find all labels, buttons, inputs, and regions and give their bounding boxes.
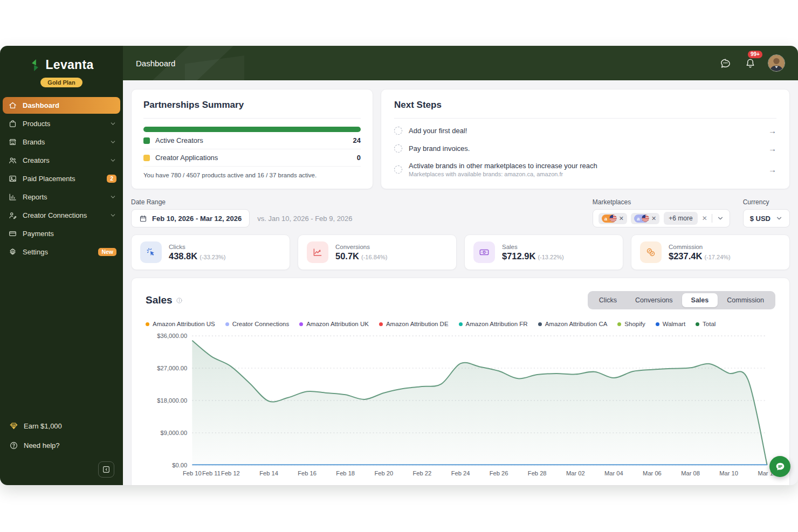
next-step-activate-brands-in-other-marke[interactable]: Activate brands in other marketplaces to… xyxy=(394,157,776,182)
remove-chip-icon[interactable]: ✕ xyxy=(651,215,656,222)
image-icon xyxy=(8,174,17,183)
kpi-delta: (-17.24%) xyxy=(704,254,730,260)
currency-select[interactable]: $ USD xyxy=(743,209,790,227)
sidebar-item-reports[interactable]: Reports xyxy=(0,189,123,205)
row-label: Active Creators xyxy=(155,136,203,144)
divider xyxy=(712,214,712,223)
step-label: Add your first deal! xyxy=(409,127,467,135)
legend-item-creator-connections[interactable]: Creator Connections xyxy=(225,321,289,327)
tab-sales[interactable]: Sales xyxy=(682,293,718,307)
sidebar-item-label: Dashboard xyxy=(23,101,114,109)
partnerships-note: You have 780 / 4507 products active and … xyxy=(143,172,361,178)
svg-text:Feb 12: Feb 12 xyxy=(221,470,240,476)
legend-dot xyxy=(146,322,149,326)
svg-text:Mar 08: Mar 08 xyxy=(681,470,700,476)
legend-item-amazon-attribution-uk[interactable]: Amazon Attribution UK xyxy=(299,321,369,327)
legend-item-amazon-attribution-us[interactable]: Amazon Attribution US xyxy=(146,321,215,327)
sidebar-footer-label: Need help? xyxy=(24,441,60,450)
topbar-actions: 99+ xyxy=(718,54,785,72)
svg-text:Mar 04: Mar 04 xyxy=(604,470,623,476)
kpi-delta: (-13.22%) xyxy=(538,254,563,260)
svg-text:Feb 22: Feb 22 xyxy=(413,470,432,476)
marketplaces-select[interactable]: a✕a✕ +6 more ✕ xyxy=(593,209,730,227)
chevron-down-icon xyxy=(109,139,116,146)
next-step-add-your-first-deal[interactable]: Add your first deal!→ xyxy=(394,122,776,140)
marketplaces-clear-icon[interactable]: ✕ xyxy=(702,215,707,222)
kpi-label: Commission xyxy=(669,244,731,250)
sales-area-chart-svg: $36,000.00$27,000.00$18,000.00$9,000.00$… xyxy=(146,331,775,479)
marketplace-chip[interactable]: a✕ xyxy=(598,213,627,224)
sidebar-footer: Earn $1,000Need help? xyxy=(0,416,123,485)
legend-label: Amazon Attribution FR xyxy=(466,321,528,327)
row-label: Creator Applications xyxy=(155,154,218,162)
kpi-texts: Clicks438.8K(-33.23%) xyxy=(169,244,226,261)
kpi-card-commission: Commission$237.4K(-17.24%) xyxy=(631,234,790,270)
sidebar-nav: DashboardProductsBrandsCreatorsPaid Plac… xyxy=(0,95,123,261)
kpi-value: $237.4K xyxy=(669,251,702,261)
date-range-picker[interactable]: Feb 10, 2026 - Mar 12, 2026 xyxy=(131,209,250,227)
sidebar-item-label: Creator Connections xyxy=(23,211,104,219)
sidebar-item-brands[interactable]: Brands xyxy=(0,134,123,150)
compare-range-text: vs. Jan 10, 2026 - Feb 9, 2026 xyxy=(257,215,352,223)
sidebar-item-creators[interactable]: Creators xyxy=(0,152,123,169)
arrow-right-icon[interactable]: → xyxy=(768,165,776,174)
partnerships-row-creator-applications: Creator Applications0 xyxy=(143,149,361,167)
svg-text:$9,000.00: $9,000.00 xyxy=(161,430,188,436)
dashed-circle-icon xyxy=(394,165,402,174)
legend-item-amazon-attribution-ca[interactable]: Amazon Attribution CA xyxy=(538,321,608,327)
svg-text:Feb 16: Feb 16 xyxy=(298,470,317,476)
logo-text: Levanta xyxy=(45,58,93,72)
chart-legend: Amazon Attribution USCreator Connections… xyxy=(146,321,775,327)
legend-item-amazon-attribution-fr[interactable]: Amazon Attribution FR xyxy=(459,321,528,327)
row-value: 0 xyxy=(357,154,361,162)
remove-chip-icon[interactable]: ✕ xyxy=(619,215,624,222)
info-icon[interactable] xyxy=(176,297,183,304)
chevron-down-icon xyxy=(109,194,116,201)
sidebar-collapse-button[interactable] xyxy=(98,461,114,478)
sidebar-item-label: Reports xyxy=(23,193,104,201)
svg-text:Feb 24: Feb 24 xyxy=(451,470,470,476)
next-step-pay-brand-invoices[interactable]: Pay brand invoices.→ xyxy=(394,140,776,157)
live-chat-button[interactable] xyxy=(769,456,790,477)
sidebar-item-products[interactable]: Products xyxy=(0,115,123,132)
step-label: Activate brands in other marketplaces to… xyxy=(409,162,597,170)
sidebar-item-settings[interactable]: SettingsNew xyxy=(0,244,123,260)
marketplaces-chevron-icon[interactable] xyxy=(717,215,724,222)
next-steps-title: Next Steps xyxy=(394,100,776,110)
marketplaces-more-chip[interactable]: +6 more xyxy=(664,212,697,225)
sidebar-item-paid-placements[interactable]: Paid Placements2 xyxy=(0,170,123,187)
calendar-icon xyxy=(139,215,147,223)
kpi-delta: (-16.84%) xyxy=(361,254,387,260)
legend-label: Amazon Attribution CA xyxy=(545,321,608,327)
legend-item-amazon-attribution-de[interactable]: Amazon Attribution DE xyxy=(379,321,449,327)
levanta-logo-icon xyxy=(29,59,41,72)
sidebar-item-label: Brands xyxy=(23,138,104,146)
legend-item-walmart[interactable]: Walmart xyxy=(656,321,685,327)
tab-conversions[interactable]: Conversions xyxy=(626,293,682,307)
row-value: 24 xyxy=(353,136,361,144)
svg-text:Mar 10: Mar 10 xyxy=(719,470,738,476)
us-flag-icon xyxy=(642,215,649,222)
svg-text:Feb 26: Feb 26 xyxy=(490,470,508,476)
metric-tabs: ClicksConversionsSalesCommission xyxy=(588,291,775,309)
sidebar-item-dashboard[interactable]: Dashboard xyxy=(3,97,120,114)
next-steps-card: Next Steps Add your first deal!→Pay bran… xyxy=(381,89,790,189)
chat-icon[interactable] xyxy=(718,56,732,70)
sidebar: Levanta Gold Plan DashboardProductsBrand… xyxy=(0,46,123,485)
tab-clicks[interactable]: Clicks xyxy=(590,293,626,307)
arrow-right-icon[interactable]: → xyxy=(768,126,776,135)
marketplace-chip[interactable]: a✕ xyxy=(631,213,659,224)
sidebar-footer-earn-1-000[interactable]: Earn $1,000 xyxy=(0,416,123,436)
sidebar-item-label: Paid Placements xyxy=(23,175,101,183)
legend-item-total[interactable]: Total xyxy=(696,321,716,327)
notifications-bell-icon[interactable]: 99+ xyxy=(743,56,757,70)
legend-dot xyxy=(656,322,659,326)
tab-commission[interactable]: Commission xyxy=(718,293,773,307)
sidebar-footer-need-help[interactable]: Need help? xyxy=(0,436,123,455)
legend-item-shopify[interactable]: Shopify xyxy=(617,321,645,327)
sidebar-item-creator-connections[interactable]: Creator Connections xyxy=(0,207,123,224)
user-avatar[interactable] xyxy=(768,54,785,72)
app-window: Levanta Gold Plan DashboardProductsBrand… xyxy=(0,46,798,485)
sidebar-item-payments[interactable]: Payments xyxy=(0,225,123,242)
arrow-right-icon[interactable]: → xyxy=(768,144,776,153)
